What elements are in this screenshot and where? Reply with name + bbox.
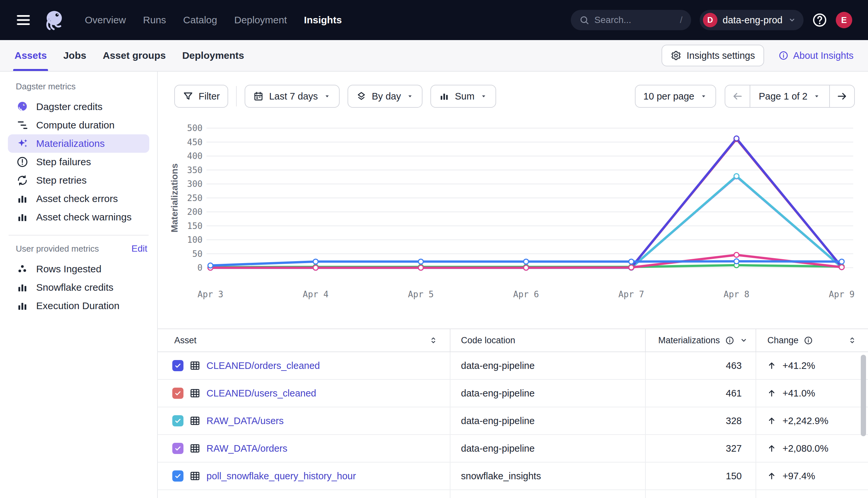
asset-checkbox[interactable] [172, 415, 183, 427]
asset-checkbox[interactable] [172, 388, 183, 399]
user-metrics-section: User provided metrics Edit [8, 244, 149, 254]
top-nav: OverviewRunsCatalogDeploymentInsights Se… [0, 0, 868, 40]
asset-link[interactable]: RAW_DATA/orders [206, 443, 288, 454]
sidebar-item-step-failures[interactable]: Step failures [8, 153, 149, 171]
info-icon[interactable] [725, 336, 734, 345]
sidebar-item-label: Snowflake credits [36, 282, 113, 293]
calendar-icon [253, 91, 264, 102]
filter-button[interactable]: Filter [174, 85, 228, 108]
group-by-button[interactable]: By day [347, 85, 423, 108]
org-switcher[interactable]: D data-eng-prod [700, 10, 804, 30]
sidebar-item-compute-duration[interactable]: Compute duration [8, 116, 149, 134]
code-location-cell: snowflake_insights [450, 462, 645, 489]
svg-text:Apr 9: Apr 9 [829, 289, 855, 299]
chevron-down-icon[interactable] [739, 336, 748, 344]
aggregation-label: Sum [455, 91, 474, 102]
metrics-sidebar: Dagster metrics Dagster creditsCompute d… [0, 71, 158, 498]
change-column-label: Change [767, 336, 799, 345]
chart-canvas: 050100150200250300350400450500Apr 3Apr 4… [164, 116, 858, 306]
svg-text:100: 100 [187, 235, 203, 245]
asset-checkbox[interactable] [172, 443, 183, 454]
svg-text:Apr 3: Apr 3 [197, 289, 223, 299]
materializations-value-cell: 327 [645, 435, 755, 462]
asset-link[interactable]: CLEANED/users_cleaned [206, 388, 316, 399]
svg-text:Apr 6: Apr 6 [513, 289, 539, 299]
date-range-button[interactable]: Last 7 days [245, 85, 339, 108]
sidebar-item-materializations[interactable]: Materializations [8, 134, 149, 153]
info-icon[interactable] [804, 336, 813, 345]
aggregation-button[interactable]: Sum [430, 85, 496, 108]
arrow-up-icon [767, 416, 777, 426]
sidebar-item-label: Dagster credits [36, 101, 103, 112]
search-input[interactable]: Search... / [571, 10, 691, 30]
user-avatar[interactable]: E [836, 12, 852, 28]
tab-assets[interactable]: Assets [14, 40, 47, 71]
sidebar-item-snowflake-credits[interactable]: Snowflake credits [8, 278, 149, 297]
svg-text:500: 500 [187, 123, 203, 133]
change-value: +41.0% [782, 388, 815, 399]
code-location-column-label: Code location [461, 336, 515, 345]
column-header-code-location[interactable]: Code location [450, 329, 645, 352]
asset-column-label: Asset [174, 336, 196, 345]
asset-checkbox[interactable] [172, 470, 183, 482]
nav-item-deployment[interactable]: Deployment [234, 14, 287, 26]
arrow-up-icon [767, 361, 777, 370]
tab-label: Jobs [63, 50, 86, 61]
column-header-materializations[interactable]: Materializations [645, 329, 755, 352]
sidebar-item-rows-ingested[interactable]: Rows Ingested [8, 260, 149, 278]
change-cell: +2,242.9% [755, 407, 868, 434]
sidebar-item-execution-duration[interactable]: Execution Duration [8, 297, 149, 315]
asset-link[interactable]: RAW_DATA/users [206, 416, 284, 427]
tab-label: Asset groups [103, 50, 166, 61]
nav-item-insights[interactable]: Insights [304, 14, 342, 26]
column-header-change[interactable]: Change [755, 329, 868, 352]
sidebar-item-label: Asset check errors [36, 193, 118, 204]
change-value: +2,080.0% [782, 443, 828, 454]
per-page-button[interactable]: 10 per page [635, 85, 716, 108]
insights-settings-button[interactable]: Insights settings [662, 45, 764, 66]
edit-user-metrics-link[interactable]: Edit [131, 244, 147, 254]
chart-bars-icon [16, 300, 28, 312]
previous-page-button[interactable] [725, 86, 750, 107]
arrow-left-icon [732, 91, 743, 102]
caret-down-icon [406, 92, 414, 100]
nav-item-catalog[interactable]: Catalog [183, 14, 217, 26]
hamburger-menu-icon[interactable] [16, 12, 31, 28]
dagster-logo[interactable] [42, 8, 66, 32]
chart-bars-icon [16, 193, 28, 205]
sidebar-item-dagster-credits[interactable]: Dagster credits [8, 97, 149, 116]
group-by-icon [356, 91, 367, 102]
about-insights-label: About Insights [793, 50, 854, 61]
sidebar-item-step-retries[interactable]: Step retries [8, 171, 149, 189]
tab-asset-groups[interactable]: Asset groups [103, 40, 166, 71]
alert-icon [16, 156, 28, 168]
tab-jobs[interactable]: Jobs [63, 40, 86, 71]
about-insights-link[interactable]: About Insights [779, 50, 854, 61]
chart-bars-icon [16, 281, 28, 293]
tab-deployments[interactable]: Deployments [182, 40, 244, 71]
table-asset-icon [189, 415, 201, 427]
column-header-asset[interactable]: Asset [158, 329, 450, 352]
change-cell: +41.0% [755, 380, 868, 407]
sidebar-item-asset-check-warnings[interactable]: Asset check warnings [8, 208, 149, 226]
vertical-scrollbar[interactable] [861, 355, 866, 436]
table-asset-icon [189, 360, 201, 371]
asset-link[interactable]: poll_snowflake_query_history_hour [206, 471, 356, 482]
dagster-metrics-list: Dagster creditsCompute durationMateriali… [8, 97, 149, 226]
svg-text:Apr 4: Apr 4 [303, 289, 329, 299]
caret-down-icon [323, 92, 331, 100]
sort-icon[interactable] [847, 336, 857, 345]
asset-checkbox[interactable] [172, 360, 183, 371]
asset-link[interactable]: CLEANED/orders_cleaned [206, 361, 320, 371]
page-indicator-button[interactable]: Page 1 of 2 [750, 86, 830, 107]
nav-item-overview[interactable]: Overview [85, 14, 126, 26]
nav-item-runs[interactable]: Runs [143, 14, 166, 26]
help-icon[interactable] [812, 12, 827, 28]
active-tab-underline [13, 69, 48, 71]
next-page-button[interactable] [830, 86, 854, 107]
page-nav-group: Page 1 of 2 [725, 85, 855, 108]
table-row: CLEANED/orders_cleaneddata-eng-pipeline4… [158, 352, 868, 380]
sort-icon[interactable] [429, 336, 438, 345]
search-placeholder: Search... [595, 15, 631, 25]
sidebar-item-asset-check-errors[interactable]: Asset check errors [8, 189, 149, 208]
